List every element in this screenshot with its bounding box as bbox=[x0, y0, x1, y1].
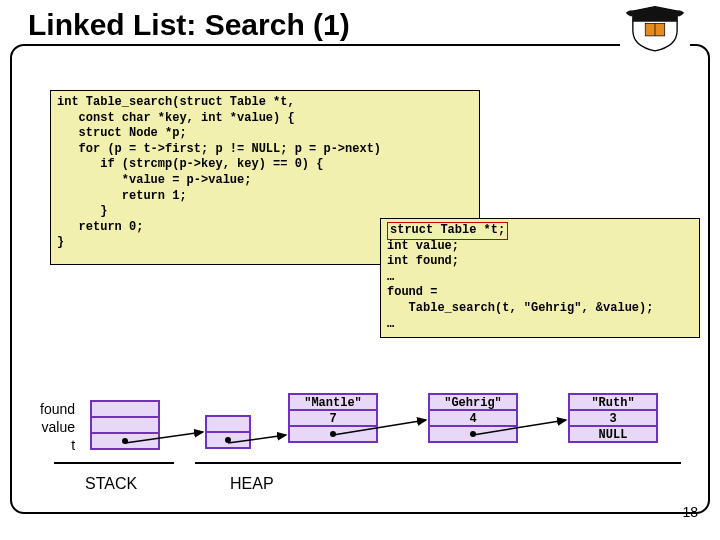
node-next bbox=[288, 425, 378, 443]
pointer-dot-icon bbox=[225, 437, 231, 443]
heap-region-label: HEAP bbox=[230, 475, 274, 493]
node-next bbox=[428, 425, 518, 443]
stack-label-t: t bbox=[40, 436, 75, 454]
stack-region-label: STACK bbox=[85, 475, 137, 493]
pointer-dot-icon bbox=[122, 438, 128, 444]
heap-table-first bbox=[205, 431, 251, 449]
stack-label-found: found bbox=[40, 400, 75, 418]
current-line-highlight: struct Table *t; bbox=[387, 222, 508, 240]
node-gehrig: "Gehrig" 4 bbox=[428, 393, 518, 441]
stack-underline bbox=[54, 462, 174, 464]
pointer-dot-icon bbox=[330, 431, 336, 437]
slide-title: Linked List: Search (1) bbox=[22, 8, 356, 42]
heap-underline bbox=[195, 462, 681, 464]
pointer-dot-icon bbox=[470, 431, 476, 437]
stack-cell-t bbox=[90, 432, 160, 450]
node-mantle: "Mantle" 7 bbox=[288, 393, 378, 441]
node-ruth: "Ruth" 3 NULL bbox=[568, 393, 658, 441]
stack-var-labels: found value t bbox=[40, 400, 75, 454]
stack-label-value: value bbox=[40, 418, 75, 436]
princeton-crest-icon bbox=[620, 4, 690, 59]
page-number: 18 bbox=[682, 504, 698, 520]
code-block-caller: struct Table *t; int value; int found; …… bbox=[380, 218, 700, 338]
stack-cells bbox=[90, 400, 160, 448]
heap-table-struct bbox=[205, 415, 251, 451]
caller-code-rest: int value; int found; … found = Table_se… bbox=[387, 239, 653, 331]
node-next: NULL bbox=[568, 425, 658, 443]
